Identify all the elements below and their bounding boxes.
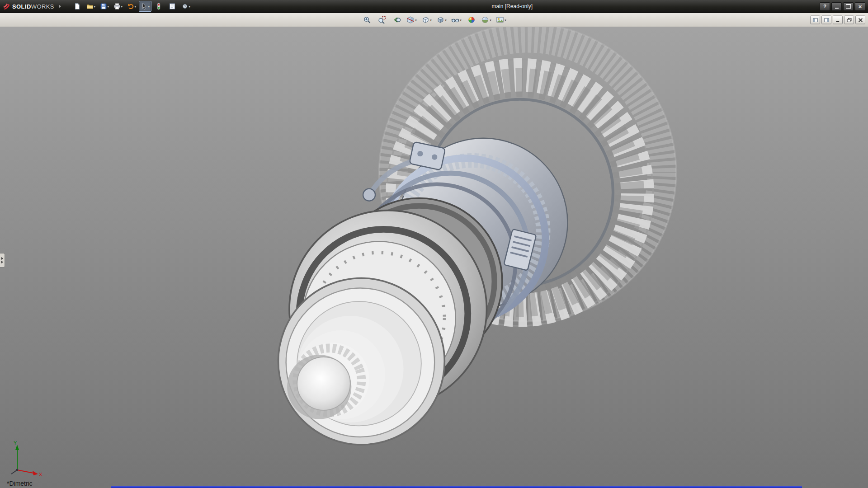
document-title: main [Read-only] — [491, 3, 533, 9]
dock-pane-right-button[interactable] — [821, 16, 831, 24]
close-button[interactable]: × — [855, 2, 865, 11]
engine-model-3d[interactable] — [0, 27, 868, 488]
view-orientation-icon — [421, 16, 429, 24]
print-icon — [113, 3, 121, 10]
open-document-button[interactable]: ▾ — [85, 1, 97, 12]
dropdown-caret-icon[interactable]: ▾ — [148, 5, 150, 8]
save-button[interactable]: ▾ — [98, 1, 111, 12]
previous-view-icon — [393, 16, 401, 24]
app-name: SOLIDWORKS — [12, 3, 54, 10]
apply-scene-icon — [481, 16, 489, 24]
save-icon — [100, 3, 107, 10]
view-settings-button[interactable]: ▾ — [495, 14, 508, 26]
zoom-to-fit-icon — [363, 16, 371, 24]
solidworks-logo: SOLIDWORKS — [3, 3, 61, 10]
edit-appearance-button[interactable] — [465, 14, 478, 26]
undo-icon — [127, 3, 134, 10]
triad-x-label: X — [39, 472, 42, 477]
options-icon — [181, 3, 189, 10]
solidworks-window: SOLIDWORKS ▾▾▾▾▾▾ main [Read-only] ? × ▾… — [0, 0, 868, 488]
select-tool-button[interactable]: ▾ — [139, 1, 151, 12]
new-document-button[interactable] — [71, 1, 84, 12]
hide-show-items-button[interactable]: ▾ — [450, 14, 463, 26]
solidworks-logo-icon — [3, 3, 10, 10]
help-button[interactable]: ? — [820, 2, 830, 11]
dock-pane-left-button[interactable] — [810, 16, 820, 24]
dropdown-caret-icon[interactable]: ▾ — [415, 19, 417, 22]
doc-restore-icon — [847, 18, 852, 22]
dropdown-caret-icon[interactable]: ▾ — [490, 19, 491, 22]
options-button[interactable]: ▾ — [179, 1, 192, 12]
dropdown-caret-icon[interactable]: ▾ — [445, 19, 447, 22]
doc-close-button[interactable] — [855, 16, 865, 24]
dropdown-caret-icon[interactable]: ▾ — [189, 5, 191, 8]
minimize-icon — [835, 8, 839, 9]
doc-minimize-icon — [835, 18, 840, 22]
expand-arrow-icon — [1, 257, 3, 260]
close-icon: × — [859, 4, 862, 9]
dropdown-caret-icon[interactable]: ▾ — [135, 5, 137, 8]
graphics-viewport[interactable]: Y X *Dimetric — [0, 27, 868, 488]
select-tool-icon — [141, 3, 148, 10]
app-name-light: WORKS — [31, 3, 54, 10]
doc-restore-button[interactable] — [844, 16, 854, 24]
file-properties-button[interactable] — [166, 1, 179, 12]
maximize-icon — [846, 4, 851, 9]
undo-button[interactable]: ▾ — [125, 1, 138, 12]
previous-view-button[interactable] — [390, 14, 404, 26]
section-view-button[interactable]: ▾ — [405, 14, 419, 26]
orientation-triad: Y X — [5, 438, 44, 477]
view-orientation-button[interactable]: ▾ — [420, 14, 434, 26]
minimize-button[interactable] — [831, 2, 842, 11]
help-label: ? — [823, 4, 826, 9]
file-properties-icon — [169, 3, 176, 10]
print-button[interactable]: ▾ — [112, 1, 124, 12]
display-style-icon — [436, 16, 444, 24]
view-orientation-label: *Dimetric — [7, 480, 33, 487]
dock-pane-left-icon — [813, 18, 818, 22]
dropdown-caret-icon[interactable]: ▾ — [94, 5, 96, 8]
window-controls: ? × — [820, 2, 868, 11]
dropdown-caret-icon[interactable]: ▾ — [505, 19, 506, 22]
rebuild-button[interactable] — [152, 1, 165, 12]
document-window-controls — [809, 16, 865, 24]
doc-minimize-button[interactable] — [833, 16, 843, 24]
dock-pane-right-icon — [824, 18, 829, 22]
dropdown-caret-icon[interactable]: ▾ — [430, 19, 432, 22]
doc-close-icon — [858, 18, 863, 22]
dropdown-caret-icon[interactable]: ▾ — [108, 5, 109, 8]
zoom-to-fit-button[interactable] — [360, 14, 374, 26]
main-toolbar: ▾▾▾▾▾▾ — [71, 1, 192, 12]
dropdown-caret-icon[interactable]: ▾ — [121, 5, 123, 8]
panel-splitter-tab[interactable] — [0, 253, 5, 267]
title-bar: SOLIDWORKS ▾▾▾▾▾▾ main [Read-only] ? × — [0, 0, 868, 13]
section-view-icon — [406, 16, 415, 24]
maximize-button[interactable] — [843, 2, 854, 11]
bottom-blue-strip — [111, 486, 802, 488]
zoom-to-area-icon — [378, 16, 386, 24]
toolbar-row: ▾▾▾▾▾▾ — [0, 13, 868, 27]
open-document-icon — [86, 3, 94, 10]
menu-expand-icon[interactable] — [59, 5, 61, 8]
triad-y-label: Y — [14, 440, 17, 446]
zoom-to-area-button[interactable] — [375, 14, 389, 26]
heads-up-view-toolbar: ▾▾▾▾▾▾ — [360, 14, 508, 26]
rebuild-icon — [155, 3, 162, 10]
new-document-icon — [74, 3, 81, 10]
dropdown-caret-icon[interactable]: ▾ — [460, 19, 462, 22]
app-name-bold: SOLID — [12, 3, 31, 10]
edit-appearance-icon — [467, 16, 476, 24]
hide-show-items-icon — [451, 16, 459, 24]
view-settings-icon — [496, 16, 504, 24]
expand-arrow-icon — [1, 261, 3, 263]
display-style-button[interactable]: ▾ — [435, 14, 448, 26]
apply-scene-button[interactable]: ▾ — [480, 14, 493, 26]
